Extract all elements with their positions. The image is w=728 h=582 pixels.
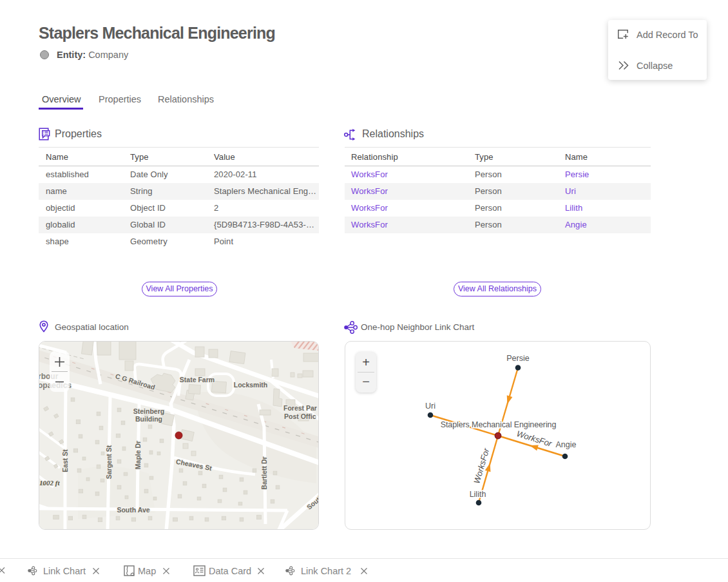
- svg-text:South Ave: South Ave: [117, 506, 149, 514]
- svg-text:1002 ft: 1002 ft: [39, 479, 60, 487]
- svg-text:State Farm: State Farm: [180, 376, 215, 383]
- svg-text:Persie: Persie: [506, 354, 529, 363]
- svg-text:Bartlett Dr: Bartlett Dr: [260, 456, 268, 489]
- svg-text:Angie: Angie: [556, 440, 577, 449]
- svg-text:Steinberg: Steinberg: [133, 407, 164, 415]
- svg-text:East St: East St: [61, 449, 69, 472]
- svg-text:Sargent St: Sargent St: [105, 445, 113, 479]
- svg-text:Forest Par: Forest Par: [283, 404, 317, 412]
- svg-text:Staplers Mechanical Engineerin: Staplers Mechanical Engineering: [441, 420, 557, 429]
- svg-text:Maple Dr: Maple Dr: [134, 441, 142, 469]
- svg-text:Building: Building: [135, 415, 162, 423]
- svg-text:Post Offic: Post Offic: [284, 412, 316, 420]
- svg-text:Lilith: Lilith: [470, 490, 486, 499]
- svg-text:Uri: Uri: [425, 402, 436, 411]
- svg-text:Locksmith: Locksmith: [234, 381, 268, 389]
